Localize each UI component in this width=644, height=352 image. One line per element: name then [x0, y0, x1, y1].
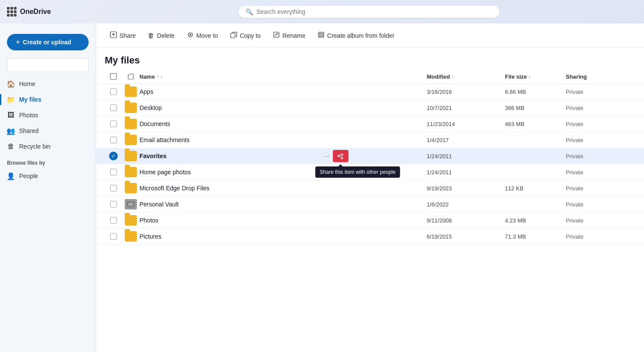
sidebar-item-photos[interactable]: 🖼 Photos [0, 108, 96, 123]
svg-rect-26 [110, 217, 116, 223]
svg-rect-10 [322, 35, 323, 37]
table-row[interactable]: Pictures6/19/201571.3 MBPrivate [96, 229, 644, 245]
delete-button[interactable]: 🗑 Delete [143, 29, 179, 42]
folder-file-icon [125, 183, 137, 193]
row-name-cell: Documents [139, 120, 427, 127]
content-area: Share 🗑 Delete Move to [96, 23, 644, 352]
recycle-icon: 🗑 [7, 143, 15, 150]
home-icon: 🏠 [7, 80, 15, 88]
row-sharing: Private [566, 201, 635, 208]
row-file-icon [122, 199, 139, 209]
svg-rect-15 [110, 137, 116, 143]
table-row[interactable]: Email attachments1/4/2017Private [96, 132, 644, 148]
sidebar-search-box[interactable] [7, 58, 89, 72]
row-check[interactable] [105, 104, 122, 111]
sidebar-item-recycle-bin[interactable]: 🗑 Recycle bin [0, 139, 96, 154]
col-header-size[interactable]: File size ↓ [505, 73, 566, 80]
col-header-name[interactable]: Name ↑ ↓ [139, 73, 427, 80]
page-title-area: My files [96, 48, 644, 70]
row-sharing: Private [566, 233, 635, 240]
create-album-label: Create album from folder [327, 32, 395, 39]
table-row[interactable]: Apps3/16/20166.66 MBPrivate [96, 84, 644, 100]
search-bar[interactable]: 🔍 [239, 6, 499, 18]
row-file-icon [122, 183, 139, 193]
app-logo-text: OneDrive [20, 8, 51, 16]
table-row[interactable]: ✓ Favorites ··· Share this item with oth… [96, 148, 644, 164]
row-check[interactable] [105, 185, 122, 192]
row-modified: 9/11/2008 [427, 217, 505, 224]
row-check[interactable] [105, 136, 122, 143]
table-row[interactable]: Personal Vault1/6/2022Private [96, 196, 644, 213]
row-modified: 11/23/2014 [427, 121, 505, 127]
row-sharing: Private [566, 137, 635, 143]
row-share-button[interactable] [333, 150, 349, 162]
copy-to-button[interactable]: Copy to [225, 29, 266, 42]
svg-rect-14 [110, 121, 116, 127]
sidebar-item-label: Home [19, 80, 35, 87]
table-row[interactable]: Home page photos1/24/2011Private [96, 164, 644, 180]
svg-rect-19 [110, 185, 116, 191]
table-row[interactable]: Photos9/11/20084.23 MBPrivate [96, 213, 644, 229]
row-name-cell: Email attachments [139, 136, 427, 143]
delete-icon: 🗑 [148, 32, 154, 39]
col-header-modified[interactable]: Modified ↓ [427, 73, 505, 80]
share-button[interactable]: Share [105, 29, 141, 42]
folder-file-icon [125, 135, 137, 145]
rename-button[interactable]: Rename [268, 29, 311, 42]
row-sharing: Private [566, 89, 635, 95]
sidebar-item-shared[interactable]: 👥 Shared [0, 123, 96, 138]
sidebar-item-people[interactable]: 👤 People [0, 169, 96, 183]
size-sort: ↓ [529, 74, 531, 79]
sidebar-item-label: Shared [19, 127, 39, 134]
row-size: 463 MB [505, 121, 566, 127]
row-file-icon [122, 167, 139, 177]
search-icon: 🔍 [246, 8, 253, 15]
row-file-icon [122, 231, 139, 242]
row-name-cell: Personal Vault [139, 201, 427, 208]
table-row[interactable]: Microsoft Edge Drop Files9/19/2023112 KB… [96, 180, 644, 196]
row-check[interactable] [105, 201, 122, 208]
move-to-label: Move to [196, 32, 218, 39]
person-icon: 👤 [7, 172, 15, 180]
move-to-button[interactable]: Move to [182, 29, 223, 42]
modified-col-label: Modified [427, 73, 450, 80]
row-name-text: Home page photos [139, 169, 191, 176]
row-check[interactable] [105, 169, 122, 176]
row-size: 71.3 MB [505, 233, 566, 240]
folder-file-icon [125, 231, 137, 242]
create-upload-button[interactable]: + Create or upload [7, 34, 89, 50]
rename-label: Rename [282, 32, 305, 39]
search-input[interactable] [256, 8, 492, 15]
table-row[interactable]: Desktop10/7/2021386 MBPrivate [96, 100, 644, 116]
row-more-button[interactable]: ··· [322, 151, 331, 161]
row-modified: 1/4/2017 [427, 137, 505, 143]
copy-icon [230, 31, 237, 40]
table-row[interactable]: Documents11/23/2014463 MBPrivate [96, 116, 644, 132]
name-sort-desc: ↓ [160, 74, 163, 79]
sidebar-item-home[interactable]: 🏠 Home [0, 76, 96, 91]
svg-point-3 [189, 34, 191, 36]
row-modified: 1/24/2011 [427, 153, 505, 159]
sidebar-item-my-files[interactable]: 📁 My files [0, 92, 96, 107]
row-name-cell: Apps [139, 88, 427, 95]
row-file-icon [122, 135, 139, 145]
row-check[interactable] [105, 217, 122, 224]
row-modified: 3/16/2016 [427, 89, 505, 95]
browse-section-label: Browse files by [0, 155, 96, 168]
row-check[interactable]: ✓ [105, 152, 122, 160]
row-sharing: Private [566, 153, 635, 159]
row-check[interactable] [105, 120, 122, 127]
row-sharing: Private [566, 121, 635, 127]
row-check[interactable] [105, 233, 122, 240]
app-launcher-icon[interactable] [7, 7, 17, 17]
toolbar: Share 🗑 Delete Move to [96, 23, 644, 48]
size-col-label: File size [505, 73, 527, 80]
create-album-button[interactable]: Create album from folder [312, 29, 400, 42]
main-layout: + Create or upload 🏠 Home 📁 My files 🖼 P… [0, 23, 644, 352]
share-btn-container: Share this item with other people [333, 150, 349, 162]
row-modified: 6/19/2015 [427, 233, 505, 240]
header: OneDrive 🔍 [0, 0, 644, 23]
row-check[interactable] [105, 88, 122, 95]
row-size: 386 MB [505, 105, 566, 111]
svg-rect-11 [110, 73, 116, 80]
